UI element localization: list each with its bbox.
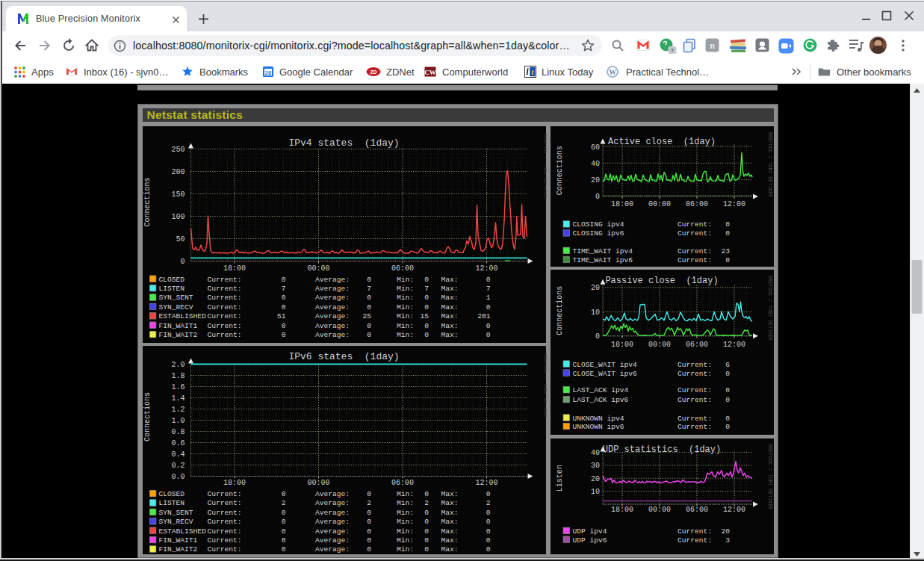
svg-text:CLOSE_WAIT ipv6: CLOSE_WAIT ipv6 — [573, 370, 638, 378]
svg-text:18:00: 18:00 — [611, 200, 633, 208]
svg-text:ESTABLISHED: ESTABLISHED — [158, 527, 206, 536]
svg-text:0: 0 — [424, 490, 429, 498]
svg-text:Current:: Current: — [207, 294, 241, 302]
svg-text:Min:: Min: — [397, 545, 414, 554]
svg-text:Min:: Min: — [397, 275, 414, 283]
svg-text:FIN_WAIT2: FIN_WAIT2 — [158, 545, 197, 554]
svg-text:1: 1 — [486, 294, 490, 302]
svg-text:RRDTOOL / TOBI OETIKER: RRDTOOL / TOBI OETIKER — [767, 132, 772, 197]
svg-text:2.0: 2.0 — [171, 361, 185, 369]
svg-text:0: 0 — [725, 423, 730, 431]
svg-text:06:00: 06:00 — [686, 200, 708, 208]
svg-text:IPv4 states (1day): IPv4 states (1day) — [288, 137, 399, 148]
svg-text:0: 0 — [486, 331, 490, 339]
svg-text:12:00: 12:00 — [723, 341, 745, 349]
svg-text:0: 0 — [424, 275, 429, 283]
svg-text:UDP ipv4: UDP ipv4 — [573, 527, 607, 536]
svg-text:Current:: Current: — [207, 518, 241, 526]
svg-text:0: 0 — [725, 386, 730, 394]
svg-text:0: 0 — [281, 509, 285, 517]
svg-text:0: 0 — [424, 321, 429, 329]
svg-text:0.4: 0.4 — [171, 450, 185, 459]
svg-text:250: 250 — [171, 146, 185, 154]
svg-text:7: 7 — [424, 285, 429, 293]
svg-text:0: 0 — [281, 536, 285, 545]
svg-text:20: 20 — [721, 527, 730, 536]
svg-text:UNKNOWN ipv4: UNKNOWN ipv4 — [573, 415, 624, 423]
svg-text:Min:: Min: — [397, 294, 414, 302]
svg-text:51: 51 — [276, 312, 285, 320]
svg-text:0: 0 — [281, 490, 285, 498]
svg-text:Average:: Average: — [315, 294, 350, 302]
svg-text:3: 3 — [725, 536, 730, 545]
svg-text:0: 0 — [486, 303, 490, 311]
svg-text:0: 0 — [486, 509, 490, 517]
svg-text:0: 0 — [725, 370, 730, 378]
svg-text:1.0: 1.0 — [171, 417, 185, 425]
svg-text:0: 0 — [486, 275, 490, 283]
svg-text:10: 10 — [591, 488, 600, 496]
svg-text:?: ? — [671, 47, 675, 54]
svg-text:Average:: Average: — [315, 527, 350, 536]
svg-text:7: 7 — [486, 285, 490, 293]
svg-text:00:00: 00:00 — [307, 479, 329, 487]
svg-text:Average:: Average: — [315, 509, 350, 517]
svg-text:00:00: 00:00 — [648, 200, 671, 208]
svg-text:0: 0 — [725, 415, 730, 423]
svg-text:0: 0 — [281, 321, 285, 329]
svg-text:20: 20 — [591, 475, 600, 483]
svg-text:1.6: 1.6 — [171, 383, 185, 391]
svg-text:SYN_SENT: SYN_SENT — [158, 294, 193, 302]
svg-text:Max:: Max: — [441, 331, 458, 339]
svg-text:2: 2 — [486, 499, 490, 507]
svg-text:18:00: 18:00 — [611, 341, 633, 349]
svg-text:0: 0 — [424, 294, 429, 302]
svg-text:Max:: Max: — [441, 527, 458, 536]
svg-text:IPv6 states (1day): IPv6 states (1day) — [288, 351, 399, 362]
svg-text:CW: CW — [424, 69, 436, 76]
svg-text:06:00: 06:00 — [391, 264, 413, 272]
svg-text:Current:: Current: — [207, 275, 241, 283]
svg-text:Average:: Average: — [315, 303, 350, 311]
svg-text:Average:: Average: — [315, 321, 350, 329]
svg-text:0: 0 — [367, 536, 371, 545]
svg-text:Min:: Min: — [397, 499, 414, 507]
svg-text:0: 0 — [424, 545, 429, 554]
svg-text:CLOSE_WAIT ipv4: CLOSE_WAIT ipv4 — [573, 361, 638, 369]
svg-text:0: 0 — [424, 303, 429, 311]
svg-text:2: 2 — [424, 499, 429, 507]
svg-text:0: 0 — [281, 303, 285, 311]
svg-text:18:00: 18:00 — [611, 506, 633, 514]
svg-text:Average:: Average: — [315, 545, 350, 554]
svg-text:0: 0 — [367, 545, 371, 554]
svg-text:06:00: 06:00 — [686, 341, 708, 349]
svg-text:Current:: Current: — [207, 527, 241, 536]
svg-text:0: 0 — [367, 509, 371, 517]
svg-text:Current:: Current: — [207, 303, 241, 311]
svg-text:W: W — [609, 68, 616, 76]
svg-text:Max:: Max: — [441, 312, 458, 320]
svg-text:Average:: Average: — [315, 536, 350, 545]
svg-text:0: 0 — [725, 229, 730, 238]
svg-text:Average:: Average: — [315, 312, 350, 320]
svg-text:7: 7 — [367, 285, 371, 293]
svg-text:60: 60 — [591, 143, 600, 151]
svg-text:1.4: 1.4 — [171, 394, 185, 403]
svg-text:12:00: 12:00 — [723, 200, 745, 208]
svg-text:Max:: Max: — [441, 294, 458, 302]
svg-text:0: 0 — [367, 527, 371, 536]
svg-text:Max:: Max: — [441, 490, 458, 498]
svg-text:0: 0 — [367, 331, 371, 339]
svg-text:LISTEN: LISTEN — [158, 285, 185, 293]
svg-text:0: 0 — [281, 527, 285, 536]
svg-text:Min:: Min: — [397, 518, 414, 526]
svg-text:7: 7 — [281, 285, 285, 293]
svg-text:0: 0 — [367, 518, 371, 526]
svg-text:0: 0 — [424, 331, 429, 339]
svg-text:Min:: Min: — [397, 536, 414, 545]
svg-text:1.8: 1.8 — [171, 372, 185, 380]
svg-text:Min:: Min: — [397, 509, 414, 517]
svg-text:0: 0 — [424, 536, 429, 545]
svg-text:Min:: Min: — [397, 490, 414, 498]
svg-text:28: 28 — [265, 69, 271, 76]
